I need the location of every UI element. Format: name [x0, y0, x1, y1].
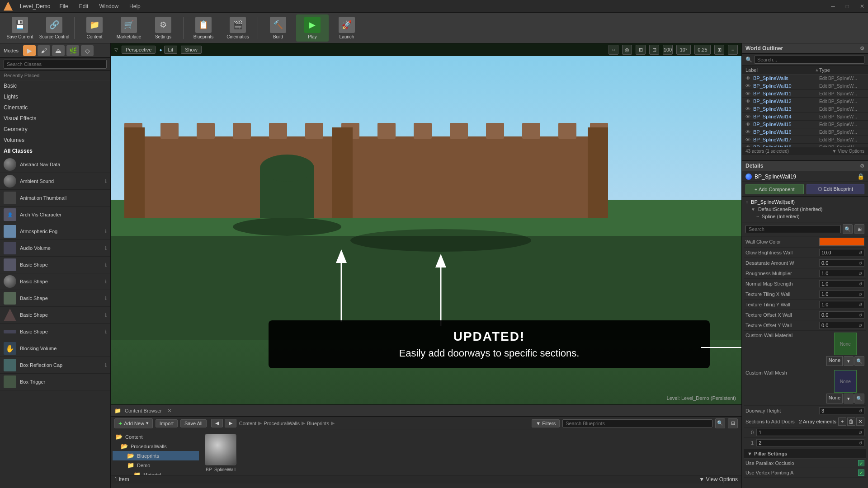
category-basic[interactable]: Basic — [0, 80, 110, 91]
menu-file[interactable]: File — [57, 3, 70, 9]
list-item[interactable]: Basic Shape ℹ — [0, 324, 110, 340]
dp-grid-view-icon[interactable]: ⊞ — [854, 224, 864, 234]
reset-icon[interactable]: ↺ — [859, 250, 862, 255]
window-maximize[interactable]: □ — [846, 3, 849, 9]
save-current-button[interactable]: 💾 Save Current — [4, 14, 36, 42]
cinematics-button[interactable]: 🎬 Cinematics — [222, 14, 254, 42]
prop-value-glow-brightness[interactable]: 10.0 ↺ — [819, 249, 864, 256]
viewport-icon-2[interactable]: ◎ — [622, 45, 632, 55]
perspective-button[interactable]: Perspective — [122, 46, 156, 54]
content-browser-close[interactable]: ✕ — [167, 408, 172, 414]
custom-mesh-select[interactable]: ▾ — [844, 394, 854, 404]
details-search-input[interactable] — [745, 225, 841, 233]
wo-visibility-icon[interactable]: 👁 — [745, 83, 750, 89]
use-parallax-checkbox[interactable]: ✓ — [858, 460, 864, 466]
dp-lock-icon[interactable]: 🔒 — [857, 173, 864, 180]
cb-view-options[interactable]: ▼ View Options — [699, 476, 738, 483]
wo-label-sort[interactable]: ▲ — [815, 67, 819, 73]
folder-material[interactable]: 📁 Material — [113, 470, 199, 475]
mode-foliage[interactable]: 🌿 — [66, 45, 79, 56]
add-component-button[interactable]: + Add Component — [745, 184, 804, 194]
class-info-bs4[interactable]: ℹ — [105, 312, 107, 318]
folder-blueprints[interactable]: 📂 Blueprints — [113, 451, 199, 460]
mode-geometry[interactable]: ◇ — [81, 45, 94, 56]
use-vertex-checkbox[interactable]: ✓ — [858, 469, 864, 476]
forward-button[interactable]: ▶ — [225, 419, 236, 427]
array-clear-button[interactable]: ✕ — [856, 418, 864, 426]
menu-edit[interactable]: Edit — [77, 3, 90, 9]
add-new-button[interactable]: + Add New ▾ — [114, 418, 153, 428]
mode-placement[interactable]: ▶ — [23, 45, 36, 56]
prop-value-desaturate[interactable]: 0.0 ↺ — [819, 259, 864, 267]
window-minimize[interactable]: ─ — [831, 3, 835, 9]
path-item-content[interactable]: Content — [239, 421, 257, 426]
reset-icon[interactable]: ↺ — [859, 430, 862, 435]
content-button[interactable]: 📁 Content — [78, 14, 111, 42]
array-value-1[interactable]: 2 ↺ — [756, 439, 864, 446]
list-item[interactable]: 👤 Arch Vis Character — [0, 206, 110, 223]
reset-icon[interactable]: ↺ — [859, 441, 862, 446]
build-button[interactable]: 🔨 Build — [262, 14, 294, 42]
wo-row[interactable]: 👁 BP_SplineWall14 Edit BP_SplineW... — [742, 113, 868, 121]
list-item[interactable]: Box Reflection Cap ℹ — [0, 357, 110, 374]
viewport-icon-3[interactable]: ⊞ — [636, 45, 646, 55]
tree-item-root[interactable]: ▼ DefaultSceneRoot (Inherited) — [745, 206, 864, 213]
content-browser-search[interactable] — [562, 419, 712, 427]
class-info-audio[interactable]: ℹ — [105, 245, 107, 251]
wo-visibility-icon[interactable]: 👁 — [745, 75, 750, 81]
reset-icon[interactable]: ↺ — [859, 302, 862, 307]
search-classes-input[interactable] — [4, 60, 107, 69]
viewport-icon-5[interactable]: ⊞ — [714, 45, 724, 55]
wo-row[interactable]: 👁 BP_SplineWall11 Edit BP_SplineW... — [742, 90, 868, 98]
tree-item-self[interactable]: ○ BP_SplineWall(self) — [745, 198, 864, 206]
world-outliner-search-input[interactable] — [754, 56, 864, 64]
array-value-0[interactable]: 1 ↺ — [756, 429, 864, 436]
wo-visibility-icon[interactable]: 👁 — [745, 106, 750, 112]
save-all-button[interactable]: Save All — [180, 419, 207, 427]
viewport-grid[interactable]: 10° — [676, 45, 691, 55]
viewport[interactable]: ▽ Perspective ● Lit Show ○ ◎ ⊞ ⊡ 100 10°… — [111, 43, 741, 404]
prop-value-tiling-y[interactable]: 1.0 ↺ — [819, 301, 864, 308]
source-control-button[interactable]: 🔗 Source Control — [38, 14, 71, 42]
viewport-scale[interactable]: 0.25 — [694, 45, 711, 55]
edit-blueprint-button[interactable]: ⬡ Edit Blueprint — [807, 184, 865, 194]
settings-button[interactable]: ⚙ Settings — [147, 14, 179, 42]
menu-window[interactable]: Window — [97, 3, 120, 9]
list-item[interactable]: Atmospheric Fog ℹ — [0, 223, 110, 240]
dp-options[interactable]: ⚙ — [860, 163, 864, 169]
custom-material-search[interactable]: 🔍 — [854, 356, 864, 366]
blueprints-button[interactable]: 📋 Blueprints — [187, 14, 220, 42]
cb-search-icon[interactable]: 🔍 — [715, 418, 725, 428]
wo-options[interactable]: ⚙ — [860, 46, 864, 52]
prop-value-offset-x[interactable]: 0.0 ↺ — [819, 311, 864, 319]
reset-icon[interactable]: ↺ — [859, 282, 862, 286]
list-item[interactable]: Box Trigger — [0, 374, 110, 390]
folder-content[interactable]: 📂 Content — [113, 432, 199, 441]
launch-button[interactable]: 🚀 Launch — [330, 14, 363, 42]
viewport-fov[interactable]: 100 — [663, 45, 673, 55]
class-info-bs3[interactable]: ℹ — [105, 296, 107, 301]
folder-demo[interactable]: 📁 Demo — [113, 460, 199, 470]
prop-value-doorway-height[interactable]: 3 ↺ — [819, 407, 864, 414]
list-item[interactable]: ✋ Blocking Volume — [0, 340, 110, 357]
prop-value-tiling-x[interactable]: 1.0 ↺ — [819, 291, 864, 298]
prop-value-offset-y[interactable]: 0.0 ↺ — [819, 322, 864, 329]
class-info-atmos[interactable]: ℹ — [105, 229, 107, 235]
mode-landscape[interactable]: ⛰ — [52, 45, 65, 56]
class-info-box[interactable]: ℹ — [105, 362, 107, 368]
wo-row[interactable]: 👁 BP_SplineWall15 Edit BP_SplineW... — [742, 121, 868, 128]
wo-row[interactable]: 👁 BP_SplineWall18 Edit BP_SplineW... — [742, 144, 868, 147]
wo-visibility-icon[interactable]: 👁 — [745, 122, 750, 127]
list-item[interactable]: Basic Shape ℹ — [0, 307, 110, 324]
import-button[interactable]: Import — [156, 419, 178, 427]
reset-icon[interactable]: ↺ — [859, 261, 862, 266]
menu-help[interactable]: Help — [127, 3, 142, 9]
tree-item-spline[interactable]: ~ Spline (Inherited) — [745, 213, 864, 220]
category-all-classes[interactable]: All Classes — [0, 145, 110, 156]
viewport-mode-dropdown[interactable]: ▽ — [114, 47, 118, 52]
list-item[interactable]: Ambient Sound ℹ — [0, 173, 110, 190]
class-info-bs5[interactable]: ℹ — [105, 329, 107, 335]
wo-visibility-icon[interactable]: 👁 — [745, 137, 750, 142]
wo-row[interactable]: 👁 BP_SplineWalls Edit BP_SplineW... — [742, 75, 868, 82]
prop-value-normal-map[interactable]: 1.0 ↺ — [819, 280, 864, 287]
